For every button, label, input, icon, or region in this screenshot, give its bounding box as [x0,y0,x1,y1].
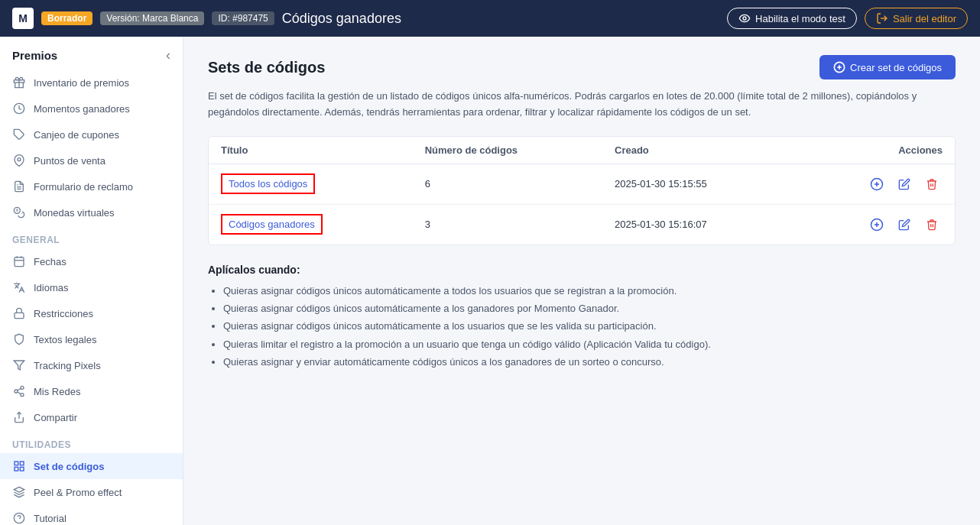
col-num: Número de códigos [413,137,602,164]
applies-list-item: Quieras asignar códigos únicos automátic… [223,317,942,335]
svg-line-21 [18,388,21,391]
main-header: Sets de códigos Crear set de códigos [208,55,956,79]
sidebar-item-formulario[interactable]: Formulario de reclamo [0,173,183,199]
sidebar-item-canjeo[interactable]: Canjeo de cupones [0,122,183,147]
grid-icon [12,459,26,473]
section-description: El set de códigos facilita la gestión de… [208,89,942,121]
delete-code-button-0[interactable] [921,173,943,195]
cell-titulo-1: Códigos ganadores [209,204,413,245]
sidebar-item-compartir[interactable]: Compartir [0,404,183,430]
sidebar: Premios ‹ Inventario de premios Momentos… [0,37,183,525]
svg-rect-25 [20,467,24,471]
svg-point-18 [15,390,18,393]
filter-icon [12,358,26,372]
codes-table: Título Número de códigos Creado Acciones… [209,137,955,245]
calendar-icon [12,254,26,268]
utilidades-section-title: Utilidades [0,430,183,453]
edit-code-button-0[interactable] [894,173,915,195]
sidebar-collapse-button[interactable]: ‹ [166,47,170,63]
topbar-actions: Habilita el modo test Salir del editor [727,8,968,29]
sidebar-item-idiomas[interactable]: Idiomas [0,274,183,300]
applies-list-item: Quieras asignar y enviar automáticamente… [223,353,942,371]
language-icon [12,280,26,294]
logout-icon [876,12,888,24]
col-creado: Creado [602,137,791,164]
svg-rect-24 [20,462,24,465]
svg-rect-15 [15,313,24,318]
topbar: M Borrador Versión: Marca Blanca ID: #98… [0,0,980,37]
svg-point-0 [743,17,746,20]
main-content: Sets de códigos Crear set de códigos El … [183,37,980,525]
sidebar-item-restricciones[interactable]: Restricciones [0,300,183,326]
badge-version: Versión: Marca Blanca [100,11,204,25]
col-acciones: Acciones [791,137,955,164]
general-section-title: General [0,225,183,248]
codes-table-wrapper: Título Número de códigos Creado Acciones… [208,136,956,245]
cell-num-0: 6 [413,164,602,204]
lock-icon [12,306,26,320]
sidebar-item-monedas[interactable]: Monedas virtuales [0,199,183,225]
svg-rect-11 [15,258,24,267]
svg-line-20 [18,392,21,394]
plus-circle-icon [833,61,845,73]
eye-icon [738,12,751,24]
sidebar-item-puntos-venta[interactable]: Puntos de venta [0,147,183,173]
layers-icon [12,485,26,499]
svg-point-19 [21,394,24,397]
sidebar-item-tutorial[interactable]: Tutorial [0,505,183,525]
help-circle-icon [12,511,26,525]
delete-code-button-1[interactable] [921,214,943,235]
sidebar-item-inventario[interactable]: Inventario de premios [0,70,183,96]
cell-actions-1 [791,204,955,245]
table-row: Todos los códigos 6 2025-01-30 15:15:55 [209,164,955,204]
add-code-button-1[interactable] [866,214,888,235]
col-titulo: Título [209,137,413,164]
sidebar-item-textos-legales[interactable]: Textos legales [0,326,183,352]
enable-test-mode-button[interactable]: Habilita el modo test [727,8,857,29]
logo: M [12,8,34,29]
table-row: Códigos ganadores 3 2025-01-30 15:16:07 [209,204,955,245]
svg-marker-27 [14,487,24,492]
file-text-icon [12,180,26,193]
legal-icon [12,332,26,346]
applies-list-item: Quieras limitar el registro a la promoci… [223,335,942,353]
cell-creado-1: 2025-01-30 15:16:07 [602,204,791,245]
exit-editor-button[interactable]: Salir del editor [865,8,968,29]
sidebar-item-tracking-pixels[interactable]: Tracking Pixels [0,352,183,378]
premios-section-title: Premios [12,49,57,62]
map-pin-icon [12,154,26,167]
topbar-title: Códigos ganadores [282,11,719,27]
coins-icon [12,206,26,219]
clock-icon [12,102,26,115]
layout: Premios ‹ Inventario de premios Momentos… [0,37,980,525]
applies-list: Quieras asignar códigos únicos automátic… [208,282,942,371]
cell-titulo-0: Todos los códigos [209,164,413,204]
codigo-link-1[interactable]: Códigos ganadores [221,214,323,235]
share2-icon [12,410,26,424]
applies-section: Aplícalos cuando: Quieras asignar código… [208,264,942,371]
sidebar-item-momentos[interactable]: Momentos ganadores [0,96,183,122]
create-set-button[interactable]: Crear set de códigos [819,55,956,79]
badge-id: ID: #987475 [212,11,274,25]
add-code-button-0[interactable] [866,173,888,195]
sidebar-item-fechas[interactable]: Fechas [0,248,183,274]
svg-marker-16 [14,361,24,370]
sidebar-item-mis-redes[interactable]: Mis Redes [0,378,183,404]
sidebar-premios-header: Premios ‹ [0,37,183,70]
share-icon [12,384,26,398]
tag-icon [12,128,26,141]
page-title: Sets de códigos [208,59,325,76]
gift-icon [12,76,26,89]
sidebar-item-peel-promo[interactable]: Peel & Promo effect [0,479,183,505]
badge-borrador: Borrador [41,11,92,25]
edit-code-button-1[interactable] [894,214,915,235]
applies-list-item: Quieras asignar códigos únicos automátic… [223,282,942,300]
cell-num-1: 3 [413,204,602,245]
svg-point-17 [21,386,24,389]
applies-title: Aplícalos cuando: [208,264,942,276]
codigo-link-0[interactable]: Todos los códigos [221,173,315,194]
svg-rect-23 [15,462,18,465]
cell-actions-0 [791,164,955,204]
applies-list-item: Quieras asignar códigos únicos automátic… [223,300,942,317]
sidebar-item-set-codigos[interactable]: Set de códigos [0,453,183,479]
